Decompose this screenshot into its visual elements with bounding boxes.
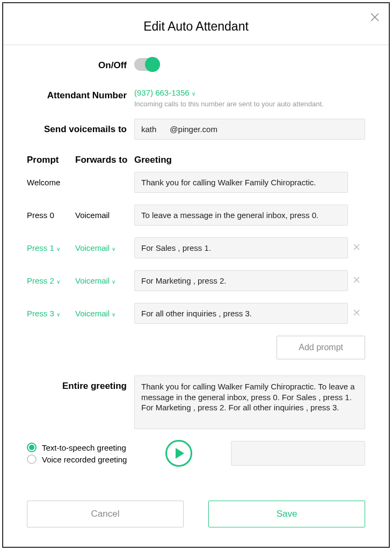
play-icon <box>176 448 184 459</box>
modal-header: Edit Auto Attendant <box>3 3 389 45</box>
audio-placeholder[interactable] <box>231 441 365 466</box>
chevron-down-icon: ∨ <box>112 246 115 252</box>
attendant-number-label: Attendant Number <box>27 88 134 101</box>
voicemail-input[interactable] <box>134 119 365 140</box>
modal-footer: Cancel Save <box>3 495 389 547</box>
greeting-mode-row: Text-to-speech greeting Voice recorded g… <box>27 440 365 467</box>
prompt-row: Press 1∨Voicemail∨ <box>27 237 365 258</box>
chevron-down-icon: ∨ <box>192 91 195 97</box>
radio-icon <box>27 443 37 452</box>
entire-greeting-textarea[interactable] <box>134 375 365 429</box>
chevron-down-icon: ∨ <box>56 279 60 285</box>
delete-row-button[interactable] <box>348 276 365 286</box>
voice-radio[interactable]: Voice recorded greeting <box>27 454 127 464</box>
header-forwards: Forwards to <box>75 155 134 165</box>
cancel-button[interactable]: Cancel <box>27 501 184 527</box>
tts-radio[interactable]: Text-to-speech greeting <box>27 443 127 452</box>
header-greeting: Greeting <box>134 155 365 165</box>
greeting-input[interactable] <box>134 205 348 226</box>
modal-content: On/Off Attendant Number (937) 663-1356∨ … <box>3 45 389 495</box>
attendant-number-value: (937) 663-1356 <box>134 88 190 97</box>
prompt-rows: WelcomePress 0VoicemailPress 1∨Voicemail… <box>27 172 365 324</box>
prompt-dropdown[interactable]: Press 2∨ <box>27 276 75 285</box>
voicemail-label: Send voicemails to <box>27 119 134 135</box>
close-icon[interactable] <box>369 12 380 23</box>
prompt-dropdown[interactable]: Press 3∨ <box>27 309 75 318</box>
greeting-input[interactable] <box>134 237 348 258</box>
save-button[interactable]: Save <box>208 501 365 527</box>
prompt-row: Press 2∨Voicemail∨ <box>27 270 365 291</box>
radio-icon <box>27 454 37 464</box>
delete-row-button[interactable] <box>348 309 365 319</box>
onoff-label: On/Off <box>27 58 134 71</box>
prompt-row: Press 0Voicemail <box>27 205 365 226</box>
chevron-down-icon: ∨ <box>112 279 115 285</box>
prompt-table-header: Prompt Forwards to Greeting <box>27 155 365 165</box>
toggle-knob <box>145 57 160 72</box>
prompt-label: Press 0 <box>27 211 75 220</box>
tts-label: Text-to-speech greeting <box>42 443 126 452</box>
onoff-toggle[interactable] <box>134 58 160 71</box>
chevron-down-icon: ∨ <box>56 246 60 252</box>
prompt-row: Welcome <box>27 172 365 193</box>
modal-title: Edit Auto Attendant <box>3 19 389 34</box>
greeting-input[interactable] <box>134 270 348 291</box>
chevron-down-icon: ∨ <box>56 312 60 317</box>
add-prompt-button[interactable]: Add prompt <box>277 336 365 359</box>
voice-label: Voice recorded greeting <box>42 455 127 464</box>
edit-auto-attendant-modal: Edit Auto Attendant On/Off Attendant Num… <box>2 2 390 548</box>
prompt-label: Welcome <box>27 178 75 187</box>
prompt-dropdown[interactable]: Press 1∨ <box>27 243 75 252</box>
entire-greeting-label: Entire greeting <box>27 375 134 392</box>
attendant-number-dropdown[interactable]: (937) 663-1356∨ <box>134 88 195 97</box>
forwards-dropdown[interactable]: Voicemail∨ <box>75 309 134 318</box>
forwards-dropdown[interactable]: Voicemail∨ <box>75 243 134 252</box>
forwards-label: Voicemail <box>75 211 134 220</box>
header-prompt: Prompt <box>27 155 75 165</box>
play-button[interactable] <box>165 440 192 467</box>
chevron-down-icon: ∨ <box>112 312 115 317</box>
forwards-dropdown[interactable]: Voicemail∨ <box>75 276 134 285</box>
delete-row-button[interactable] <box>348 243 365 253</box>
greeting-input[interactable] <box>134 303 348 324</box>
greeting-input[interactable] <box>134 172 348 193</box>
attendant-helper-text: Incoming calls to this number are sent t… <box>134 100 365 108</box>
prompt-row: Press 3∨Voicemail∨ <box>27 303 365 324</box>
